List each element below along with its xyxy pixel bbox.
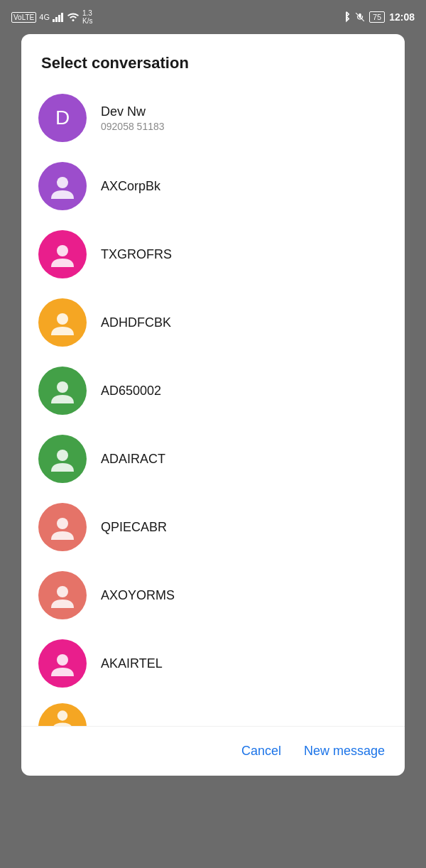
list-item[interactable]: AXOYORMS [21, 561, 405, 629]
list-item[interactable]: DDev Nw092058 51183 [21, 84, 405, 152]
cancel-button[interactable]: Cancel [239, 738, 284, 764]
svg-point-9 [57, 381, 68, 393]
status-bar-left: VoLTE 4G 1.3K/s [11, 9, 92, 25]
contact-name: AXOYORMS [101, 588, 175, 603]
list-item[interactable]: AXCorpBk [21, 152, 405, 220]
contact-sub: 092058 51183 [101, 121, 165, 132]
status-bar: VoLTE 4G 1.3K/s 75 12:08 [0, 0, 426, 34]
bluetooth-icon [342, 11, 351, 23]
dialog-title: Select conversation [21, 34, 405, 84]
avatar [38, 435, 87, 483]
contact-name: Dev Nw [101, 104, 165, 119]
select-conversation-dialog: Select conversation DDev Nw092058 51183 … [21, 34, 405, 776]
avatar [38, 503, 87, 551]
volte-indicator: VoLTE [11, 12, 36, 23]
svg-point-13 [57, 654, 68, 666]
status-bar-right: 75 12:08 [342, 11, 415, 23]
contact-info: AKAIRTEL [101, 656, 163, 671]
svg-point-6 [57, 177, 68, 188]
time-display: 12:08 [389, 11, 415, 23]
contact-name: AKAIRTEL [101, 656, 163, 671]
wifi-icon [67, 12, 80, 22]
list-item[interactable]: ADHDFCBK [21, 288, 405, 357]
dialog-footer: Cancel New message [21, 726, 405, 776]
avatar-letter: D [55, 107, 70, 129]
contact-name: AD650002 [101, 384, 161, 398]
svg-point-12 [57, 586, 68, 597]
svg-rect-2 [58, 15, 60, 22]
network-type: 4G [39, 13, 50, 21]
avatar [38, 367, 87, 415]
list-item[interactable]: TXGROFRS [21, 220, 405, 288]
battery-level: 75 [369, 11, 385, 23]
contact-info: ADAIRACT [101, 452, 165, 467]
svg-point-10 [57, 450, 68, 461]
contact-name: QPIECABR [101, 520, 167, 535]
contact-info: Dev Nw092058 51183 [101, 104, 165, 132]
avatar: D [38, 94, 87, 142]
svg-rect-0 [53, 19, 55, 22]
svg-point-7 [57, 245, 68, 256]
network-speed: 1.3K/s [82, 9, 92, 25]
avatar [38, 298, 87, 347]
signal-icon [53, 12, 64, 22]
svg-point-11 [57, 518, 68, 529]
contact-info: ADHDFCBK [101, 315, 171, 330]
list-item[interactable]: QPIECABR [21, 493, 405, 561]
contact-name: TXGROFRS [101, 247, 172, 262]
contact-name: ADHDFCBK [101, 315, 171, 330]
avatar [38, 162, 87, 210]
conversation-list: DDev Nw092058 51183 AXCorpBk TXGROFRS AD… [21, 84, 405, 726]
avatar [38, 230, 87, 278]
contact-info: TXGROFRS [101, 247, 172, 262]
avatar [38, 571, 87, 619]
contact-name: AXCorpBk [101, 179, 160, 194]
svg-point-8 [57, 313, 68, 325]
list-item[interactable] [21, 698, 405, 726]
list-item[interactable]: AD650002 [21, 357, 405, 425]
contact-info: AD650002 [101, 384, 161, 398]
svg-rect-3 [61, 13, 63, 22]
mute-icon [355, 11, 365, 23]
new-message-button[interactable]: New message [301, 738, 388, 764]
svg-point-14 [58, 710, 67, 720]
svg-rect-1 [55, 17, 58, 22]
list-item[interactable]: AKAIRTEL [21, 629, 405, 698]
contact-info: AXCorpBk [101, 179, 160, 194]
contact-info: QPIECABR [101, 520, 167, 535]
svg-point-4 [72, 19, 74, 21]
avatar [38, 639, 87, 688]
list-item[interactable]: ADAIRACT [21, 425, 405, 493]
contact-info: AXOYORMS [101, 588, 175, 603]
contact-name: ADAIRACT [101, 452, 165, 467]
